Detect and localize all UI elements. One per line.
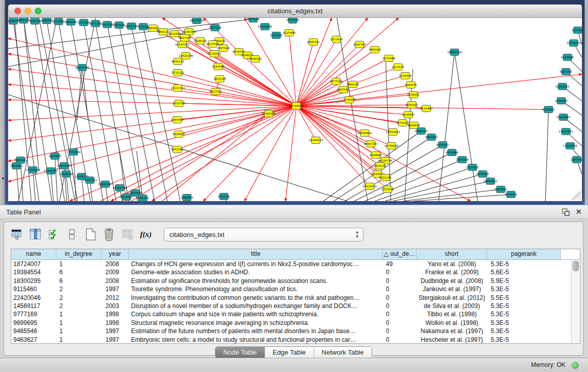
network-node[interactable]: 16210643: [556, 114, 571, 121]
network-node[interactable]: 8505161: [14, 157, 27, 164]
network-node[interactable]: 11156829: [26, 167, 40, 173]
network-window-titlebar[interactable]: citations_edges.txt: [8, 5, 582, 18]
network-node[interactable]: 17016504: [563, 143, 578, 149]
network-node-highlighted[interactable]: 4972561: [171, 146, 184, 153]
table-cell[interactable]: 5.3E-5: [487, 302, 561, 310]
table-cell[interactable]: Investigating the contribution of common…: [129, 294, 383, 302]
table-cell[interactable]: 0: [383, 319, 417, 327]
table-cell[interactable]: Hescheler et al. (1997): [417, 336, 487, 344]
table-settings-icon[interactable]: ⚙: [9, 227, 25, 242]
select-all-icon[interactable]: [46, 227, 61, 242]
table-cell[interactable]: 1997: [101, 336, 129, 344]
network-node[interactable]: 9245652: [494, 186, 507, 193]
table-cell[interactable]: 9777169: [11, 310, 56, 318]
table-cell[interactable]: 18724007: [11, 260, 56, 268]
table-cell[interactable]: 0: [383, 336, 417, 344]
table-cell[interactable]: Jankovic et al. (1997): [417, 285, 487, 293]
network-node[interactable]: 7915526: [101, 21, 114, 28]
network-node-highlighted[interactable]: 2803144: [213, 76, 226, 82]
table-cell[interactable]: 2009: [101, 268, 129, 276]
network-node[interactable]: 16648784: [447, 49, 462, 56]
network-node[interactable]: 9227343: [560, 69, 573, 75]
table-cell[interactable]: 5.3E-5: [487, 310, 561, 318]
network-node[interactable]: 20053346: [75, 64, 90, 71]
network-node[interactable]: 9245632: [505, 191, 517, 198]
network-node-highlighted[interactable]: 9084067: [369, 152, 382, 159]
network-node[interactable]: 6879197: [437, 142, 449, 148]
table-row[interactable]: 969969511998Structural magnetic resonanc…: [11, 319, 580, 327]
table-cell[interactable]: Tourette syndrome. Phenomenology and cla…: [129, 285, 383, 293]
network-node[interactable]: 1640953: [181, 194, 193, 201]
table-cell[interactable]: 2: [56, 302, 101, 310]
table-row[interactable]: 946554611997Estimation of the future num…: [11, 327, 580, 335]
network-node[interactable]: 8671388: [89, 20, 102, 27]
table-cell[interactable]: Corpus callosum shape and size in male p…: [129, 310, 383, 318]
table-vertical-scrollbar[interactable]: [571, 260, 579, 343]
table-cell[interactable]: Genome-wide association studies in ADHD.: [129, 268, 383, 276]
scrollbar-thumb[interactable]: [573, 261, 579, 271]
table-cell[interactable]: 19384554: [11, 268, 56, 276]
network-node[interactable]: 5572334: [287, 18, 299, 24]
network-node[interactable]: 1117206: [572, 27, 582, 34]
network-node-highlighted[interactable]: 1810755: [172, 100, 185, 107]
table-cell[interactable]: 6: [56, 277, 101, 285]
network-node-highlighted[interactable]: 1211675: [391, 64, 404, 71]
network-node-highlighted[interactable]: 9115460: [420, 105, 433, 112]
table-cell[interactable]: 2: [56, 285, 101, 293]
table-cell[interactable]: 5.3E-5: [487, 319, 561, 327]
table-row[interactable]: 1456911722003Disruption of a novel membe…: [11, 302, 580, 310]
function-builder-icon[interactable]: f(x): [138, 227, 154, 242]
table-cell[interactable]: 1998: [101, 310, 129, 318]
network-node-highlighted[interactable]: 9777169: [330, 78, 343, 85]
network-node[interactable]: 1652941: [113, 22, 126, 29]
network-node-highlighted[interactable]: 1675444: [382, 55, 395, 62]
table-row[interactable]: 1872400712008Changes of HCN gene express…: [11, 260, 580, 268]
network-node[interactable]: 10654112: [483, 178, 497, 185]
table-row[interactable]: 911546021997Tourette syndrome. Phenomeno…: [11, 285, 580, 293]
table-cell[interactable]: 9115460: [11, 285, 56, 293]
table-cell[interactable]: de Silva et al. (2003): [417, 302, 487, 310]
network-node[interactable]: 15218506: [258, 24, 273, 30]
network-node[interactable]: 8958923: [425, 134, 438, 141]
table-row[interactable]: 946362711997Embryonic stem cells: a mode…: [11, 336, 580, 344]
network-node-highlighted[interactable]: 8427552: [209, 89, 222, 95]
table-cell[interactable]: 2: [56, 294, 101, 302]
table-row[interactable]: 2242004622012Investigating the contribut…: [11, 294, 580, 302]
table-cell[interactable]: 0: [383, 302, 417, 310]
table-cell[interactable]: 1997: [101, 285, 129, 293]
table-cell[interactable]: 0: [383, 294, 417, 302]
table-cell[interactable]: 5.3E-5: [487, 285, 561, 293]
tab-node-table[interactable]: Node Table: [215, 347, 265, 358]
network-node[interactable]: 11545194: [59, 171, 74, 178]
table-cell[interactable]: 18300295: [11, 277, 56, 285]
network-node[interactable]: 9203714: [125, 23, 138, 30]
table-cell[interactable]: Yano et al. (2008): [417, 260, 487, 268]
table-cell[interactable]: 1998: [101, 319, 129, 327]
network-node-highlighted[interactable]: 7462026: [346, 81, 359, 88]
table-cell[interactable]: 5.6E-5: [487, 268, 561, 276]
column-header-out_de[interactable]: △ out_de…: [383, 249, 417, 259]
network-node-highlighted[interactable]: 17654923: [386, 129, 401, 136]
network-node[interactable]: 7957224: [209, 25, 222, 31]
network-node[interactable]: 15892971: [559, 128, 573, 135]
table-cell[interactable]: 2008: [101, 277, 129, 285]
network-node[interactable]: 19958107: [98, 181, 113, 188]
column-header-title[interactable]: title: [129, 249, 383, 259]
network-node[interactable]: 1527602: [52, 18, 65, 25]
table-cell[interactable]: 5.5E-5: [487, 294, 561, 302]
network-node-highlighted[interactable]: 8095923: [406, 102, 419, 108]
column-header-year[interactable]: year: [101, 249, 129, 259]
table-cell[interactable]: 6: [56, 268, 101, 276]
table-cell[interactable]: Dudbridge et al. (2008): [417, 277, 487, 285]
table-cell[interactable]: 9465546: [11, 327, 56, 335]
table-cell[interactable]: Disruption of a novel member of a sodium…: [129, 302, 383, 310]
close-panel-icon[interactable]: ✕: [575, 207, 582, 216]
table-cell[interactable]: Wolkin et al. (1998): [417, 319, 487, 327]
network-canvas[interactable]: 1872400718300295193845545405571276914019…: [8, 18, 582, 201]
table-cell[interactable]: 5.3E-5: [487, 260, 561, 268]
table-cell[interactable]: Estimation of significance thresholds fo…: [129, 277, 383, 285]
table-cell[interactable]: Changes of HCN gene expression and I(f) …: [129, 260, 383, 268]
delete-entries-icon[interactable]: [101, 227, 117, 242]
table-cell[interactable]: 1997: [101, 327, 129, 335]
network-node[interactable]: 2935114: [456, 157, 469, 163]
